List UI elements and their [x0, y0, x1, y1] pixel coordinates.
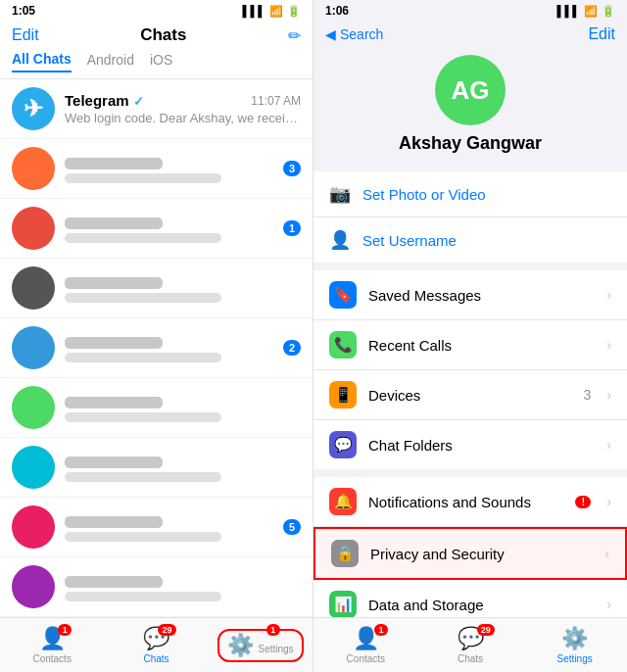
settings-label: Settings [557, 653, 593, 664]
data-storage-item[interactable]: 📊 Data and Storage › [314, 580, 627, 617]
chat-content [65, 273, 301, 303]
privacy-security-item[interactable]: 🔒 Privacy and Security › [314, 527, 627, 580]
list-item[interactable] [0, 438, 313, 498]
set-username-button[interactable]: 👤 Set Username [314, 217, 627, 263]
privacy-label: Privacy and Security [370, 546, 589, 562]
back-arrow-icon: ◀ [325, 26, 336, 42]
chat-content [65, 512, 273, 542]
blurred-msg [65, 233, 221, 243]
chat-folders-item[interactable]: 💬 Chat Folders › [314, 420, 627, 469]
saved-messages-icon: 🔖 [329, 281, 357, 309]
chat-top-row: Telegram ✓ 11:07 AM [65, 92, 301, 109]
tab-android[interactable]: Android [87, 52, 134, 72]
profile-name: Akshay Gangwar [399, 133, 542, 154]
saved-messages-item[interactable]: 🔖 Saved Messages › [314, 270, 627, 320]
chevron-icon: › [604, 546, 609, 561]
data-storage-icon: 📊 [329, 591, 357, 617]
profile-avatar: AG [435, 55, 506, 125]
chevron-icon: › [606, 597, 611, 612]
settings-highlight-border: ⚙️ 1 Settings [217, 629, 304, 662]
chevron-icon: › [606, 494, 611, 509]
chat-time: 11:07 AM [251, 94, 301, 108]
back-label: Search [340, 26, 383, 42]
devices-icon: 📱 [329, 381, 357, 408]
tab-settings[interactable]: ⚙️ 1 Settings [209, 618, 313, 672]
battery-icon: 🔋 [287, 5, 301, 18]
tab-contacts[interactable]: 👤 1 Contacts [0, 618, 104, 672]
list-item[interactable] [0, 378, 313, 438]
tab-all-chats[interactable]: All Chats [12, 51, 72, 72]
left-status-bar: 1:05 ▌▌▌ 📶 🔋 [0, 0, 313, 22]
chevron-icon: › [606, 337, 611, 353]
list-item[interactable]: 1 [0, 199, 313, 259]
right-tab-contacts[interactable]: 👤 1 Contacts [314, 618, 418, 672]
left-panel: 1:05 ▌▌▌ 📶 🔋 Edit Chats ✏ All Chats Andr… [0, 0, 314, 672]
settings-label: Settings [258, 644, 293, 654]
settings-icon: ⚙️ [561, 626, 588, 651]
notifications-badge: ! [575, 496, 591, 508]
list-item[interactable] [0, 557, 313, 617]
right-edit-button[interactable]: Edit [588, 25, 615, 43]
left-status-icons: ▌▌▌ 📶 🔋 [243, 5, 301, 18]
right-time: 1:06 [325, 4, 349, 18]
left-bottom-tabs: 👤 1 Contacts 💬 29 Chats ⚙️ 1 Settings [0, 617, 313, 672]
right-tab-settings[interactable]: ⚙️ Settings [522, 618, 627, 672]
list-item[interactable]: 2 [0, 318, 313, 378]
notifications-item[interactable]: 🔔 Notifications and Sounds ! › [314, 477, 627, 527]
avatar: ✈ [12, 87, 55, 130]
chats-badge: 29 [477, 624, 495, 636]
chat-content [65, 214, 273, 243]
devices-count: 3 [584, 387, 592, 403]
right-battery-icon: 🔋 [602, 5, 615, 18]
blurred-msg [65, 293, 221, 303]
avatar [12, 207, 55, 250]
list-item[interactable] [0, 259, 313, 318]
right-panel: 1:06 ▌▌▌ 📶 🔋 ◀ Search Edit AG Akshay Gan… [314, 0, 627, 672]
notifications-label: Notifications and Sounds [368, 494, 563, 510]
blurred-name [65, 397, 163, 408]
set-photo-button[interactable]: 📷 Set Photo or Video [314, 171, 627, 217]
wifi-icon: 📶 [269, 5, 283, 18]
right-nav-header: ◀ Search Edit [314, 22, 627, 47]
chats-label: Chats [458, 653, 483, 664]
camera-icon: 📷 [329, 183, 351, 205]
back-button[interactable]: ◀ Search [325, 26, 383, 42]
avatar [12, 326, 55, 369]
signal-icon: ▌▌▌ [243, 5, 265, 17]
chats-badge: 29 [158, 624, 175, 636]
avatar [12, 266, 55, 310]
chats-label: Chats [143, 653, 169, 664]
devices-label: Devices [368, 387, 572, 404]
recent-calls-item[interactable]: 📞 Recent Calls › [314, 320, 627, 370]
contacts-label: Contacts [347, 653, 385, 664]
recent-calls-label: Recent Calls [368, 337, 591, 354]
blurred-msg [65, 592, 221, 601]
right-bottom-tabs: 👤 1 Contacts 💬 29 Chats ⚙️ Settings [314, 617, 627, 672]
list-item[interactable]: 3 [0, 139, 313, 199]
right-signal-icon: ▌▌▌ [557, 5, 580, 17]
chevron-icon: › [606, 287, 611, 303]
compose-button[interactable]: ✏ [288, 26, 301, 45]
right-wifi-icon: 📶 [584, 5, 598, 18]
right-status-icons: ▌▌▌ 📶 🔋 [557, 5, 615, 18]
chevron-icon: › [606, 437, 611, 453]
avatar [12, 565, 55, 608]
chat-preview: Web login code. Dear Akshay, we received… [65, 111, 301, 125]
avatar [12, 505, 55, 549]
settings-icon: ⚙️ [227, 633, 254, 657]
tab-chats[interactable]: 💬 29 Chats [104, 618, 208, 672]
chat-name: Telegram ✓ [65, 92, 144, 109]
notifications-icon: 🔔 [329, 488, 357, 515]
list-item[interactable]: 5 [0, 498, 313, 557]
tab-ios[interactable]: iOS [150, 52, 172, 72]
settings-badge: 1 [266, 624, 280, 636]
profile-section: AG Akshay Gangwar [314, 47, 627, 166]
list-item[interactable]: ✈ Telegram ✓ 11:07 AM Web login code. De… [0, 79, 313, 139]
menu-section-2: 🔔 Notifications and Sounds ! › 🔒 Privacy… [314, 477, 627, 617]
avatar [12, 147, 55, 190]
contacts-label: Contacts [32, 653, 71, 664]
edit-button[interactable]: Edit [12, 26, 39, 44]
recent-calls-icon: 📞 [329, 331, 357, 359]
right-tab-chats[interactable]: 💬 29 Chats [418, 618, 523, 672]
devices-item[interactable]: 📱 Devices 3 › [314, 370, 627, 420]
